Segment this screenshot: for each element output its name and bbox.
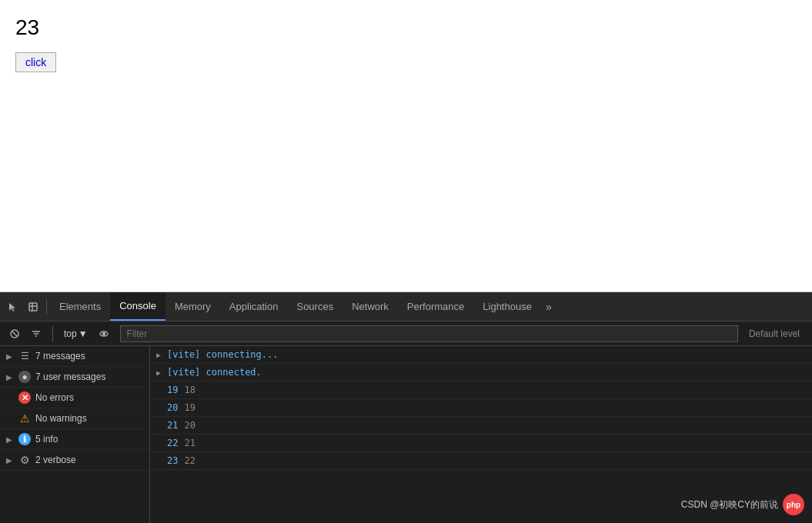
cursor-icon[interactable] [3, 298, 23, 315]
more-tabs-button[interactable]: » [541, 298, 556, 316]
arrow-icon: ▶ [6, 352, 14, 361]
devtools: Elements Console Memory Application Sour… [0, 292, 812, 523]
eye-icon[interactable] [95, 327, 112, 341]
sidebar-item-errors[interactable]: ▶ ✕ No errors [0, 388, 149, 408]
value-a: 19 [167, 385, 178, 395]
filter-input[interactable] [120, 325, 738, 342]
sidebar-label-info: 5 info [35, 434, 58, 445]
tab-divider [46, 299, 47, 315]
tab-application[interactable]: Application [220, 292, 288, 321]
console-sidebar: ▶ ☰ 7 messages ▶ ● 7 user messages ▶ ✕ N… [0, 346, 150, 523]
tab-console[interactable]: Console [110, 292, 165, 321]
filter-button[interactable] [28, 327, 45, 341]
value-b: 20 [184, 420, 195, 431]
chevron-down-icon: ▼ [79, 328, 88, 339]
devtools-tab-bar: Elements Console Memory Application Sour… [0, 292, 812, 321]
svg-line-4 [12, 331, 17, 336]
click-button[interactable]: click [15, 52, 56, 72]
verbose-icon: ⚙ [18, 454, 31, 466]
tab-elements[interactable]: Elements [50, 292, 110, 321]
watermark: CSDN @初映CY的前说 php [681, 494, 804, 515]
expand-arrow-icon: ▶ [156, 351, 164, 359]
info-icon: ℹ [18, 433, 31, 445]
sidebar-item-user-messages[interactable]: ▶ ● 7 user messages [0, 367, 149, 388]
tab-lighthouse[interactable]: Lighthouse [473, 292, 541, 321]
watermark-logo: php [783, 494, 804, 515]
warning-icon: ⚠ [18, 412, 31, 425]
value-a: 20 [167, 402, 178, 413]
sidebar-item-verbose[interactable]: ▶ ⚙ 2 verbose [0, 450, 149, 471]
sidebar-item-warnings[interactable]: ▶ ⚠ No warnings [0, 408, 149, 429]
message-pair: 22 21 [167, 438, 195, 448]
console-message-21-20: ▶ 21 20 [150, 417, 812, 435]
console-message-19-18: ▶ 19 18 [150, 381, 812, 399]
message-pair: 20 19 [167, 402, 195, 413]
value-a: 23 [167, 455, 178, 466]
page-area: 23 click [0, 0, 812, 292]
value-b: 18 [184, 385, 195, 395]
message-text: [vite] connecting... [167, 349, 279, 360]
context-label: top [64, 328, 77, 339]
console-message-20-19: ▶ 20 19 [150, 399, 812, 417]
value-b: 21 [184, 438, 195, 448]
tab-performance[interactable]: Performance [398, 292, 473, 321]
console-message-vite-connecting: ▶ [vite] connecting... [150, 346, 812, 364]
tab-memory[interactable]: Memory [165, 292, 220, 321]
error-icon: ✕ [18, 391, 31, 404]
message-pair: 21 20 [167, 420, 195, 431]
context-selector[interactable]: top ▼ [61, 327, 91, 341]
arrow-icon: ▶ [6, 373, 14, 381]
tab-network[interactable]: Network [343, 292, 398, 321]
user-icon: ● [18, 371, 31, 383]
value-b: 19 [184, 402, 195, 413]
page-number: 23 [15, 15, 797, 40]
inspect-icon[interactable] [23, 298, 43, 315]
value-b: 22 [184, 455, 195, 466]
sidebar-label-errors: No errors [35, 392, 74, 403]
arrow-icon: ▶ [6, 456, 14, 465]
sidebar-item-all-messages[interactable]: ▶ ☰ 7 messages [0, 346, 149, 367]
svg-rect-0 [29, 303, 37, 311]
sidebar-label-warnings: No warnings [35, 413, 87, 424]
expand-arrow-icon: ▶ [156, 368, 164, 377]
sidebar-item-info[interactable]: ▶ ℹ 5 info [0, 429, 149, 450]
value-a: 22 [167, 438, 178, 448]
clear-console-button[interactable] [6, 327, 23, 341]
message-pair: 19 18 [167, 385, 195, 395]
watermark-text: CSDN @初映CY的前说 [681, 498, 778, 511]
default-level-label: Default level [743, 327, 806, 341]
message-pair: 23 22 [167, 455, 195, 466]
console-message-23-22: ▶ 23 22 [150, 452, 812, 470]
value-a: 21 [167, 420, 178, 431]
sidebar-label-messages: 7 messages [35, 351, 85, 361]
list-icon: ☰ [18, 350, 31, 362]
sidebar-label-user-messages: 7 user messages [35, 371, 105, 382]
toolbar-divider [52, 326, 53, 341]
tab-sources[interactable]: Sources [287, 292, 343, 321]
svg-point-9 [102, 332, 105, 335]
console-message-22-21: ▶ 22 21 [150, 435, 812, 452]
console-message-vite-connected: ▶ [vite] connected. [150, 364, 812, 381]
console-toolbar: top ▼ Default level [0, 321, 812, 346]
message-text: [vite] connected. [167, 367, 262, 378]
sidebar-label-verbose: 2 verbose [35, 455, 76, 465]
arrow-icon: ▶ [6, 435, 14, 444]
